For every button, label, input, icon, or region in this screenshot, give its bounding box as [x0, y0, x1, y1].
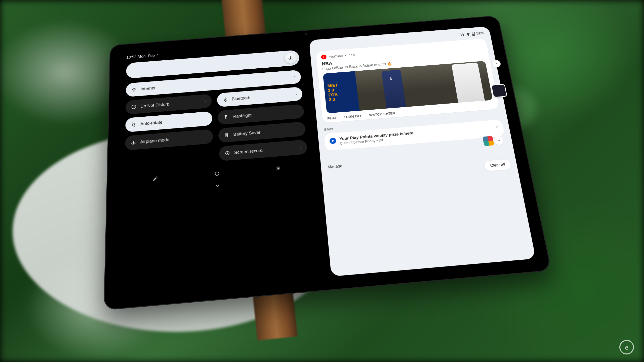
svg-line-5 [289, 57, 289, 57]
play-points-thumbnail [482, 136, 494, 146]
video-frame: 6 [355, 61, 493, 111]
play-points-time: 2d [379, 138, 383, 142]
expand-handle[interactable] [212, 180, 223, 192]
svg-rect-11 [132, 123, 135, 126]
tile-label: Airplane mode [140, 137, 169, 145]
engadget-watermark: e [619, 340, 634, 354]
quick-settings-panel: 10:52 Mon, Feb 7 Internet › Do Not Distu… [112, 36, 330, 301]
bluetooth-icon [222, 97, 228, 102]
gear-icon [275, 165, 281, 171]
tile-bluetooth[interactable]: Bluetooth › [217, 87, 303, 107]
clear-all-button[interactable]: Clear all [484, 159, 511, 171]
pencil-icon [153, 176, 158, 182]
scoreboard: M/ET 3 0 FOR 3 0 [323, 71, 359, 113]
chevron-up-icon [495, 62, 499, 65]
tile-airplane-mode[interactable]: Airplane mode [125, 129, 213, 151]
chevron-down-icon [497, 139, 501, 143]
notifications-panel: 31% YouTube • 11h NBA Logo LeBron is Bac… [309, 26, 536, 277]
video-thumbnail[interactable] [491, 84, 507, 98]
alarm-off-icon [460, 33, 465, 37]
manage-notifications-link[interactable]: Manage [328, 150, 508, 169]
status-bar-right: 31% [460, 31, 484, 37]
tile-label: Internet [141, 86, 155, 92]
wifi-icon [131, 87, 137, 92]
tile-auto-rotate[interactable]: Auto-rotate [125, 111, 213, 132]
battery-percentage: 31% [476, 31, 484, 35]
auto-rotate-icon [131, 122, 136, 127]
action-play[interactable]: PLAY [327, 116, 337, 120]
tile-label: Flashlight [232, 113, 252, 119]
tablet-screen: 10:52 Mon, Feb 7 Internet › Do Not Distu… [112, 22, 542, 301]
chevron-down-icon [214, 182, 221, 189]
action-turn-off[interactable]: TURN OFF [343, 114, 363, 119]
svg-line-7 [289, 59, 290, 60]
chevron-right-icon: › [205, 99, 206, 104]
svg-point-15 [227, 153, 228, 154]
chevron-right-icon: › [295, 92, 297, 96]
player-blue: 6 [381, 70, 406, 108]
app-name: YouTube [329, 54, 343, 59]
chevron-right-icon: › [300, 145, 302, 150]
battery-saver-icon [224, 132, 230, 138]
screen-record-icon [225, 150, 230, 156]
power-button[interactable] [211, 168, 223, 179]
svg-line-6 [292, 59, 292, 60]
settings-button[interactable] [272, 163, 284, 174]
svg-line-8 [292, 57, 292, 57]
svg-line-10 [133, 107, 135, 107]
player-white [452, 63, 485, 103]
tile-label: Do Not Disturb [140, 102, 170, 109]
tile-do-not-disturb[interactable]: Do Not Disturb › [126, 94, 212, 114]
svg-rect-22 [473, 32, 474, 32]
tile-battery-saver[interactable]: Battery Saver [218, 121, 306, 143]
wifi-icon [465, 32, 471, 36]
front-camera [305, 33, 307, 35]
flashlight-icon [223, 114, 229, 120]
youtube-icon [321, 55, 327, 60]
power-icon [214, 171, 220, 176]
svg-rect-13 [226, 133, 227, 133]
tile-label: Auto-rotate [140, 120, 163, 126]
tile-flashlight[interactable]: Flashlight [217, 104, 304, 125]
dismiss-button[interactable]: × [495, 124, 499, 129]
tile-screen-record[interactable]: Screen record › [219, 140, 308, 161]
airplane-icon [131, 140, 136, 145]
action-watch-later[interactable]: WATCH LATER [369, 111, 396, 117]
notification-youtube[interactable]: YouTube • 11h NBA Logo LeBron is Back in… [316, 38, 499, 123]
notification-time: 11h [348, 53, 355, 57]
dnd-icon [131, 104, 137, 110]
expand-button[interactable] [494, 136, 504, 145]
quick-settings-grid: Internet › Do Not Disturb › Bluetooth › … [125, 70, 308, 169]
chevron-right-icon: › [294, 75, 296, 79]
tile-label: Battery Saver [233, 130, 261, 137]
tablet-device: 10:52 Mon, Feb 7 Internet › Do Not Distu… [104, 15, 552, 310]
svg-rect-23 [473, 34, 474, 36]
brightness-icon [288, 56, 293, 61]
battery-icon [471, 32, 475, 36]
edit-tiles-button[interactable] [150, 173, 161, 184]
tile-label: Screen record [234, 148, 263, 155]
collapse-button[interactable] [492, 60, 501, 68]
play-points-icon [329, 138, 336, 144]
brightness-knob[interactable] [284, 52, 297, 64]
tile-label: Bluetooth [232, 95, 251, 101]
svg-point-0 [290, 57, 291, 59]
